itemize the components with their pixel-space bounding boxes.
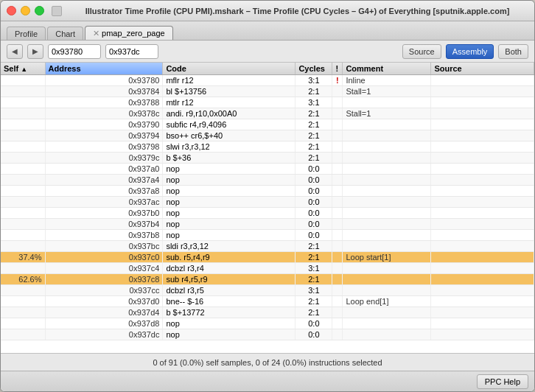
cell-address: 0x93798 <box>45 141 163 153</box>
table-row[interactable]: 0x9379cb $+36 2:1 <box>1 153 534 164</box>
code-link[interactable]: cr6,$+40 <box>191 131 223 140</box>
assembly-table-container: Self ▲ Address Code Cycles ! Comment Sou… <box>1 63 534 353</box>
table-row[interactable]: 0x937dcnop0:0 <box>1 329 534 340</box>
code-link[interactable]: $+13756 <box>175 87 206 96</box>
col-header-self[interactable]: Self ▲ <box>1 63 45 75</box>
tab-close-icon[interactable]: ✕ <box>93 29 99 38</box>
cell-source <box>431 108 534 119</box>
cell-bang <box>332 141 343 153</box>
maximize-button[interactable] <box>35 6 44 15</box>
toolbar: ◀ ▶ Source Assembly Both <box>1 41 534 63</box>
cell-comment <box>343 208 431 219</box>
close-button[interactable] <box>7 6 16 15</box>
cell-bang <box>332 197 343 208</box>
address-input-1[interactable] <box>48 44 101 59</box>
tabbar: Profile Chart ✕pmap_zero_page <box>1 21 534 41</box>
cell-cycles: 3:1 <box>296 75 332 86</box>
cell-address: 0x937d0 <box>45 296 163 307</box>
cell-bang <box>332 241 343 252</box>
cell-bang <box>332 130 343 141</box>
cell-address: 0x937c0 <box>45 252 163 263</box>
status-text: 0 of 91 (0.0%) self samples, 0 of 24 (0.… <box>153 358 382 367</box>
cell-address: 0x93788 <box>45 97 163 108</box>
col-header-comment[interactable]: Comment <box>343 63 431 75</box>
cell-comment: Stall=1 <box>343 108 431 119</box>
table-row[interactable]: 0x93780mflr r123:1!Inline <box>1 75 534 86</box>
table-row[interactable]: 62.6%0x937c8sub r4,r5,r92:1 <box>1 274 534 285</box>
cell-self <box>1 329 45 340</box>
both-button[interactable]: Both <box>498 44 528 59</box>
cell-source <box>431 230 534 241</box>
code-link[interactable]: $+36 <box>173 153 192 162</box>
cell-code: sub r4,r5,r9 <box>163 274 296 285</box>
ppc-help-button[interactable]: PPC Help <box>477 374 528 389</box>
cell-self <box>1 296 45 307</box>
minimize-button[interactable] <box>21 6 30 15</box>
nav-forward-button[interactable]: ▶ <box>27 44 43 59</box>
col-header-bang[interactable]: ! <box>332 63 343 75</box>
cell-cycles: 2:1 <box>296 108 332 119</box>
table-row[interactable]: 0x937b4nop0:0 <box>1 219 534 230</box>
table-row[interactable]: 0x937d0bne-- $-16 2:1Loop end[1] <box>1 296 534 307</box>
cell-comment <box>343 141 431 153</box>
cell-comment <box>343 318 431 329</box>
cell-source <box>431 296 534 307</box>
tab-chart[interactable]: Chart <box>47 27 83 40</box>
nav-back-button[interactable]: ◀ <box>7 44 23 59</box>
table-row[interactable]: 0x937b8nop0:0 <box>1 230 534 241</box>
cell-source <box>431 130 534 141</box>
cell-source <box>431 197 534 208</box>
assembly-button[interactable]: Assembly <box>446 44 494 59</box>
col-header-cycles[interactable]: Cycles <box>296 63 332 75</box>
cell-address: 0x93780 <box>45 75 163 86</box>
cell-cycles: 0:0 <box>296 164 332 175</box>
address-input-2[interactable] <box>105 44 158 59</box>
table-row[interactable]: 0x937a0nop0:0 <box>1 164 534 175</box>
cell-comment <box>343 97 431 108</box>
cell-address: 0x93790 <box>45 119 163 130</box>
cell-source <box>431 75 534 86</box>
tab-pmap-zero-page[interactable]: ✕pmap_zero_page <box>85 26 173 40</box>
cell-self <box>1 75 45 86</box>
table-row[interactable]: 37.4%0x937c0sub. r5,r4,r92:1Loop start[1… <box>1 252 534 263</box>
col-header-address[interactable]: Address <box>45 63 163 75</box>
table-row[interactable]: 0x937c4dcbzl r3,r43:1 <box>1 263 534 274</box>
table-scroll-area[interactable]: Self ▲ Address Code Cycles ! Comment Sou… <box>1 63 534 353</box>
table-row[interactable]: 0x93790subfic r4,r9,40962:1 <box>1 119 534 130</box>
cell-source <box>431 86 534 97</box>
col-header-code[interactable]: Code <box>163 63 296 75</box>
table-row[interactable]: 0x93798slwi r3,r3,122:1 <box>1 141 534 153</box>
table-row[interactable]: 0x937bcsldi r3,r3,122:1 <box>1 241 534 252</box>
code-link[interactable]: $+13772 <box>173 308 205 317</box>
table-row[interactable]: 0x937a8nop0:0 <box>1 186 534 197</box>
cell-source <box>431 141 534 153</box>
code-link[interactable]: $-16 <box>187 297 203 306</box>
cell-code: sub. r5,r4,r9 <box>163 252 296 263</box>
table-row[interactable]: 0x937a4nop0:0 <box>1 175 534 186</box>
table-row[interactable]: 0x937acnop0:0 <box>1 197 534 208</box>
cell-code: sldi r3,r3,12 <box>163 241 296 252</box>
cell-comment <box>343 263 431 274</box>
table-row[interactable]: 0x937b0nop0:0 <box>1 208 534 219</box>
table-row[interactable]: 0x937ccdcbzl r3,r53:1 <box>1 285 534 296</box>
cell-self: 62.6% <box>1 274 45 285</box>
cell-code: nop <box>163 318 296 329</box>
cell-code: nop <box>163 175 296 186</box>
cell-address: 0x937b4 <box>45 219 163 230</box>
table-row[interactable]: 0x9378candi. r9,r10,0x00A02:1Stall=1 <box>1 108 534 119</box>
table-row[interactable]: 0x937d8nop0:0 <box>1 318 534 329</box>
cell-self <box>1 130 45 141</box>
col-header-source[interactable]: Source <box>431 63 534 75</box>
cell-bang <box>332 119 343 130</box>
cell-comment <box>343 186 431 197</box>
cell-comment <box>343 197 431 208</box>
cell-code: dcbzl r3,r4 <box>163 263 296 274</box>
cell-bang <box>332 164 343 175</box>
table-row[interactable]: 0x93794bso++ cr6,$+40 2:1 <box>1 130 534 141</box>
table-row[interactable]: 0x93784bl $+13756 2:1Stall=1 <box>1 86 534 97</box>
tab-profile[interactable]: Profile <box>7 27 46 40</box>
table-row[interactable]: 0x937d4b $+13772 2:1 <box>1 307 534 318</box>
table-row[interactable]: 0x93788mtlr r123:1 <box>1 97 534 108</box>
cell-cycles: 0:0 <box>296 329 332 340</box>
source-button[interactable]: Source <box>402 44 441 59</box>
